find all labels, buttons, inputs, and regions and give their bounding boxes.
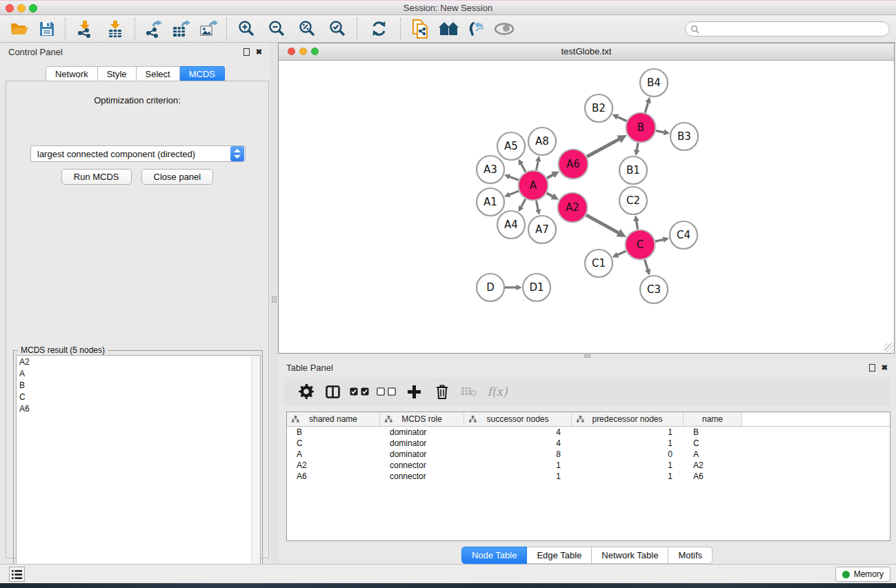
zoom-in-icon[interactable]: [231, 17, 261, 41]
node-A[interactable]: A: [519, 171, 548, 201]
mcds-result-item[interactable]: A6: [17, 403, 260, 414]
table-cell[interactable]: A2: [684, 460, 742, 470]
table-cell[interactable]: 1: [572, 438, 684, 448]
save-session-icon[interactable]: [33, 17, 61, 41]
memory-button[interactable]: Memory: [835, 567, 890, 582]
edge-B-B1[interactable]: [637, 143, 638, 150]
close-panel-button[interactable]: Close panel: [141, 169, 214, 185]
delete-table-icon[interactable]: [456, 381, 482, 402]
edge-A-A7[interactable]: [536, 201, 538, 210]
edge-B-B2[interactable]: [617, 116, 626, 121]
export-network-icon[interactable]: [139, 17, 167, 41]
open-file-icon[interactable]: [6, 17, 33, 41]
table-row[interactable]: Cdominator41C: [287, 438, 890, 449]
node-table-header[interactable]: shared nameMCDS rolesuccessor nodesprede…: [287, 412, 890, 427]
node-D1[interactable]: D1: [523, 274, 550, 301]
table-row[interactable]: Bdominator41B: [287, 427, 890, 438]
table-cell[interactable]: 1: [572, 460, 684, 470]
close-network-button[interactable]: [288, 48, 295, 55]
home-icon[interactable]: [435, 17, 463, 41]
deselect-all-checkboxes-icon[interactable]: [373, 381, 399, 402]
function-builder-button[interactable]: f(x): [482, 381, 512, 402]
search-input[interactable]: [699, 24, 889, 34]
close-table-panel-icon[interactable]: ✖: [882, 363, 888, 372]
table-cell[interactable]: B: [684, 427, 742, 437]
select-all-checkboxes-icon[interactable]: [346, 381, 373, 402]
node-B[interactable]: B: [626, 113, 656, 143]
task-history-button[interactable]: [9, 567, 25, 582]
new-network-from-selection-icon[interactable]: [405, 17, 435, 41]
search-field[interactable]: [685, 21, 890, 37]
run-mcds-button[interactable]: Run MCDS: [61, 169, 132, 185]
table-cell[interactable]: dominator: [380, 438, 464, 448]
scrollbar-track[interactable]: [251, 356, 260, 585]
node-C3[interactable]: C3: [640, 276, 668, 303]
table-row[interactable]: A2connector11A2: [287, 460, 890, 471]
table-cell[interactable]: A6: [684, 472, 742, 481]
edge-B-B4[interactable]: [645, 103, 648, 113]
close-window-button[interactable]: [6, 4, 14, 12]
tab-motifs[interactable]: Motifs: [668, 547, 713, 564]
node-D[interactable]: D: [477, 274, 504, 301]
tab-style[interactable]: Style: [98, 66, 137, 82]
visual-style-icon[interactable]: [463, 17, 490, 41]
mcds-result-list[interactable]: A2ABCA6: [16, 355, 261, 585]
refresh-icon[interactable]: [361, 17, 396, 41]
table-settings-gear-icon[interactable]: [293, 381, 319, 402]
node-B3[interactable]: B3: [670, 123, 698, 150]
table-cell[interactable]: 1: [464, 460, 572, 470]
table-cell[interactable]: 4: [464, 438, 572, 448]
show-details-eye-icon[interactable]: [490, 17, 518, 41]
node-A2[interactable]: A2: [558, 193, 588, 223]
node-A6[interactable]: A6: [559, 150, 588, 179]
node-A1[interactable]: A1: [477, 188, 504, 216]
float-table-panel-icon[interactable]: [869, 364, 875, 372]
edge-A-A8[interactable]: [536, 161, 538, 170]
node-C2[interactable]: C2: [619, 187, 647, 214]
table-cell[interactable]: connector: [380, 460, 464, 470]
node-A3[interactable]: A3: [477, 156, 504, 183]
float-panel-icon[interactable]: [243, 48, 250, 56]
node-C4[interactable]: C4: [670, 221, 697, 249]
table-cell[interactable]: A2: [287, 460, 380, 470]
edge-A-A2[interactable]: [547, 193, 553, 196]
column-header-MCDS-role[interactable]: MCDS role: [380, 412, 464, 426]
node-C[interactable]: C: [626, 230, 655, 260]
network-canvas[interactable]: B4B2BB3A5A8A6A3B1AA1C2A2A4A7C4CC1DD1C3: [279, 61, 894, 353]
table-cell[interactable]: dominator: [380, 449, 464, 459]
edge-A-A6[interactable]: [547, 175, 553, 179]
table-cell[interactable]: 1: [572, 427, 684, 437]
mcds-result-item[interactable]: A: [17, 367, 260, 379]
node-A5[interactable]: A5: [497, 132, 525, 160]
table-cell[interactable]: 1: [464, 472, 572, 481]
table-cell[interactable]: 4: [464, 427, 572, 437]
import-table-icon[interactable]: [100, 17, 130, 41]
node-B1[interactable]: B1: [619, 156, 647, 184]
zoom-out-icon[interactable]: [261, 17, 292, 41]
tab-network-table[interactable]: Network Table: [592, 547, 668, 564]
edge-A2-C[interactable]: [586, 215, 619, 233]
table-cell[interactable]: A6: [287, 472, 380, 481]
mcds-result-item[interactable]: B: [17, 379, 260, 391]
edge-C-C4[interactable]: [655, 239, 664, 241]
export-table-icon[interactable]: [167, 17, 195, 41]
table-cell[interactable]: 0: [572, 449, 684, 459]
edge-A-A5[interactable]: [521, 164, 526, 172]
table-cell[interactable]: 8: [464, 449, 572, 459]
table-cell[interactable]: A: [684, 449, 742, 459]
table-cell[interactable]: dominator: [380, 427, 464, 437]
zoom-fit-icon[interactable]: [292, 17, 322, 41]
table-cell[interactable]: connector: [380, 472, 464, 481]
edge-C-C1[interactable]: [617, 251, 626, 255]
minimize-window-button[interactable]: [17, 4, 26, 12]
edge-A6-B[interactable]: [587, 139, 619, 156]
select-columns-icon[interactable]: [319, 381, 346, 402]
close-panel-icon[interactable]: ✖: [256, 48, 262, 57]
tab-node-table[interactable]: Node Table: [461, 547, 528, 564]
zoom-selected-icon[interactable]: [322, 17, 352, 41]
tab-network[interactable]: Network: [46, 66, 98, 82]
tab-edge-table[interactable]: Edge Table: [527, 547, 592, 564]
resize-grip-icon[interactable]: [884, 343, 893, 352]
tab-select[interactable]: Select: [137, 66, 180, 82]
table-cell[interactable]: C: [287, 438, 380, 448]
